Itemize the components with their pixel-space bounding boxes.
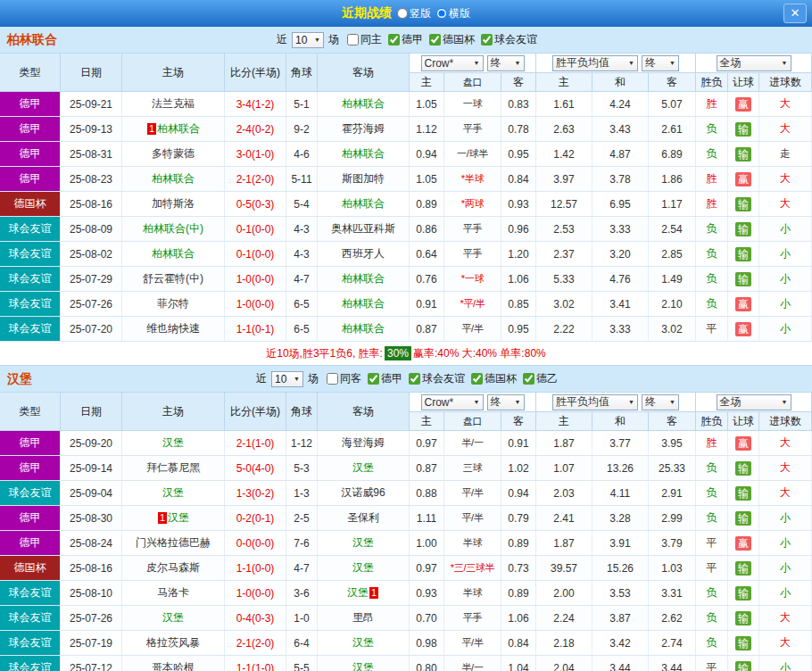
goals-over-under-cell: 大 [759, 431, 812, 455]
col-header-league: 类型 [0, 54, 61, 91]
corner-cell: 4-3 [286, 242, 318, 266]
checkbox-input[interactable] [347, 34, 359, 46]
match-row: 德甲25-09-131柏林联合2-4(0-2)9-2霍芬海姆1.12平手0.78… [0, 117, 812, 142]
checkbox-input[interactable] [327, 373, 338, 385]
subhead-result: 胜负 [696, 412, 728, 430]
league-filter-checkbox[interactable]: 德国杯 [471, 371, 517, 386]
corner-cell: 5-3 [286, 456, 318, 480]
close-button[interactable]: ✕ [783, 4, 807, 23]
avg-odds-select[interactable]: 胜平负均值▼ [552, 55, 638, 71]
checkbox-input[interactable] [523, 373, 534, 385]
league-cell: 球会友谊 [0, 292, 61, 316]
home-handicap-odds-cell: 0.91 [410, 292, 444, 316]
handicap-result-cell: 输 [728, 192, 759, 216]
horizontal-radio[interactable] [436, 8, 447, 19]
vertical-radio[interactable] [397, 8, 408, 19]
bookmaker-select[interactable]: Crow*▼ [421, 394, 484, 410]
scope-select[interactable]: 全场▼ [717, 394, 791, 410]
league-filter-checkbox[interactable]: 德甲 [388, 32, 423, 47]
checkbox-input[interactable] [481, 34, 493, 46]
goals-over-under-cell: 小 [759, 317, 812, 341]
goals-over-under-cell: 小 [759, 531, 812, 555]
away-team-cell: 柏林联合 [318, 267, 410, 291]
avg-win-odds-cell: 2.22 [536, 317, 592, 341]
avg-draw-odds-cell: 15.26 [592, 556, 649, 580]
handicap-result-badge: 输 [735, 661, 751, 671]
window-title: 近期战绩 [342, 5, 392, 21]
home-team-cell: 马洛卡 [122, 581, 225, 605]
checkbox-input[interactable] [471, 373, 483, 385]
rank-badge: 1 [369, 587, 378, 599]
title-group: 近期战绩 竖版 横版 [342, 5, 470, 21]
summary-row: 近10场,胜3平1负6, 胜率:30% 赢率:40% 大:40% 单率:80% [0, 342, 812, 366]
avg-lose-odds-cell: 5.07 [649, 92, 696, 116]
avg-odds-select[interactable]: 胜平负均值▼ [552, 394, 638, 410]
match-row: 德甲25-09-20汉堡2-1(1-0)1-12海登海姆0.97半/一0.911… [0, 431, 812, 456]
checkbox-input[interactable] [429, 34, 441, 46]
avg-lose-odds-cell: 3.44 [649, 656, 696, 671]
score-cell: 0-0(0-0) [225, 531, 286, 555]
checkbox-input[interactable] [409, 373, 420, 385]
avg-draw-odds-cell: 3.78 [592, 167, 649, 191]
league-filter-checkbox[interactable]: 德甲 [368, 371, 402, 386]
home-team-cell: 皮尔马森斯 [122, 556, 225, 580]
avg-win-odds-cell: 5.33 [536, 267, 592, 291]
home-team-cell: 哥本哈根 [122, 656, 225, 671]
scope-select[interactable]: 全场▼ [717, 55, 791, 71]
home-team-cell: 格拉茨风暴 [122, 631, 225, 655]
league-filter-checkbox[interactable]: 德乙 [523, 371, 558, 386]
league-filter-checkbox[interactable]: 同客 [327, 371, 361, 386]
date-cell: 25-07-19 [61, 631, 122, 655]
odds-time-select[interactable]: 终▼ [487, 394, 525, 410]
avg-lose-odds-cell: 1.49 [649, 267, 696, 291]
handicap-line-cell: *两球 [444, 192, 501, 216]
match-count-select[interactable]: 10▼ [271, 371, 303, 387]
avg-time-select[interactable]: 终▼ [642, 55, 679, 71]
handicap-line-cell: 一/球半 [444, 142, 501, 166]
avg-win-odds-cell: 2.63 [536, 117, 592, 141]
league-filter-checkbox[interactable]: 同主 [347, 32, 382, 47]
score-cell: 0-5(0-3) [225, 192, 286, 216]
recent-label: 近 [256, 371, 267, 386]
avg-lose-odds-cell: 2.91 [649, 481, 696, 505]
home-team-name: 柏林联合 [157, 121, 200, 137]
match-count-select[interactable]: 10▼ [292, 32, 324, 48]
league-cell: 德甲 [0, 142, 61, 166]
avg-time-select[interactable]: 终▼ [642, 394, 679, 410]
corner-cell: 1-0 [286, 606, 318, 630]
away-handicap-odds-cell: 0.96 [501, 217, 536, 241]
checkbox-input[interactable] [368, 373, 379, 385]
handicap-result-badge: 赢 [735, 97, 751, 112]
date-cell: 25-08-09 [61, 217, 122, 241]
date-cell: 25-07-20 [61, 317, 122, 341]
odds-time-select[interactable]: 终▼ [487, 55, 525, 71]
col-header-corner: 角球 [286, 393, 318, 430]
score-cell: 1-1(0-0) [225, 556, 286, 580]
layout-vertical-option[interactable]: 竖版 [397, 6, 431, 21]
date-cell: 25-08-02 [61, 242, 122, 266]
dropdown-arrow-icon: ▼ [474, 399, 480, 405]
date-cell: 25-09-21 [61, 92, 122, 116]
result-cell: 负 [696, 267, 728, 291]
away-team-name: 柏林联合 [342, 146, 385, 162]
avg-win-odds-cell: 3.97 [536, 167, 592, 191]
dropdown-arrow-icon: ▼ [669, 399, 675, 405]
league-filter-checkbox[interactable]: 德国杯 [429, 32, 475, 47]
handicap-line-cell: 平/半 [444, 481, 501, 505]
league-filter-checkbox[interactable]: 球会友谊 [409, 371, 465, 386]
league-filter-checkbox[interactable]: 球会友谊 [481, 32, 537, 47]
avg-odds-dropdown-group: 胜平负均值▼终▼ [536, 393, 696, 412]
col-header-date: 日期 [61, 393, 122, 430]
layout-horizontal-option[interactable]: 横版 [436, 6, 470, 21]
checkbox-input[interactable] [388, 34, 400, 46]
handicap-line-cell: *平/半 [444, 292, 501, 316]
away-team-cell: 汉堡 [318, 656, 410, 671]
home-team-cell: 维也纳快速 [122, 317, 225, 341]
bookmaker-select[interactable]: Crow*▼ [421, 55, 484, 71]
away-handicap-odds-cell: 0.91 [501, 431, 536, 455]
match-row: 球会友谊25-07-20维也纳快速1-1(0-1)6-5柏林联合0.87平/半0… [0, 317, 812, 342]
match-row: 球会友谊25-09-04汉堡1-3(0-2)1-3汉诺威960.88平/半0.9… [0, 481, 812, 506]
away-team-name: 柏林联合 [342, 96, 385, 112]
table-header: 类型日期主场比分(半场)角球客场Crow*▼终▼胜平负均值▼终▼全场▼主盘口客主… [0, 54, 812, 92]
match-row: 德甲25-08-31多特蒙德3-0(1-0)4-6柏林联合0.94一/球半0.9… [0, 142, 812, 167]
